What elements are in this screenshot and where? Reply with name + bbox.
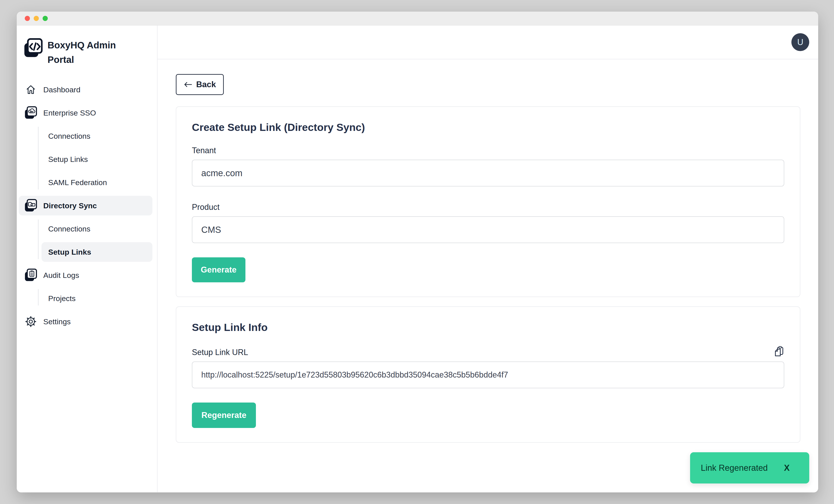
product-input[interactable] — [192, 216, 784, 243]
sidebar-nav: Dashboard Enterprise SSO — [17, 80, 157, 331]
info-card-title: Setup Link Info — [192, 321, 784, 334]
copy-to-clipboard-icon — [774, 346, 784, 357]
toast-close-button[interactable]: X — [784, 463, 790, 473]
sidebar-subitem-ds-setup-links[interactable]: Setup Links — [42, 242, 152, 262]
back-button-label: Back — [196, 80, 216, 89]
sidebar-subitem-saml-federation[interactable]: SAML Federation — [42, 173, 152, 192]
user-avatar[interactable]: U — [791, 33, 809, 51]
page-content: Back Create Setup Link (Directory Sync) … — [157, 59, 818, 443]
audit-logs-icon — [24, 268, 38, 282]
copy-url-button[interactable] — [774, 346, 784, 357]
sidebar-item-label: Directory Sync — [43, 201, 97, 210]
sidebar-item-label: Audit Logs — [43, 271, 79, 280]
setup-link-url-label: Setup Link URL — [192, 348, 248, 357]
create-setup-link-card: Create Setup Link (Directory Sync) Tenan… — [176, 106, 800, 297]
app-window: BoxyHQ Admin Portal Dashboard — [17, 12, 818, 492]
sidebar-item-directory-sync[interactable]: Directory Sync — [19, 196, 152, 215]
regenerate-button[interactable]: Regenerate — [192, 403, 256, 428]
sidebar-subitem-sso-setup-links[interactable]: Setup Links — [42, 150, 152, 169]
sidebar-item-dashboard[interactable]: Dashboard — [19, 80, 152, 99]
directory-sync-icon — [24, 198, 38, 213]
tenant-input[interactable] — [192, 160, 784, 186]
brand[interactable]: BoxyHQ Admin Portal — [23, 38, 157, 67]
sidebar-item-label: Settings — [43, 317, 71, 326]
create-card-title: Create Setup Link (Directory Sync) — [192, 121, 784, 133]
enterprise-sso-icon — [24, 106, 38, 120]
top-header: U — [157, 25, 818, 59]
product-label: Product — [192, 203, 784, 212]
toast-message: Link Regenerated — [701, 463, 768, 473]
sidebar-item-audit-logs[interactable]: Audit Logs — [19, 266, 152, 285]
window-titlebar — [17, 12, 818, 25]
sidebar-item-label: Dashboard — [43, 86, 80, 94]
generate-button[interactable]: Generate — [192, 257, 245, 282]
toast-notification: Link Regenerated X — [690, 452, 809, 483]
audit-logs-subgroup: Projects — [17, 289, 157, 308]
zoom-button[interactable] — [43, 16, 48, 21]
setup-link-url-input[interactable] — [192, 362, 784, 388]
directory-sync-subgroup: Connections Setup Links — [17, 219, 157, 262]
sidebar-item-enterprise-sso[interactable]: Enterprise SSO — [19, 103, 152, 123]
tenant-label: Tenant — [192, 146, 784, 155]
main-area: U Back Create Setup Link (Directory Sync… — [157, 25, 818, 492]
arrow-left-icon — [184, 82, 193, 88]
sidebar-subitem-sso-connections[interactable]: Connections — [42, 126, 152, 146]
enterprise-sso-subgroup: Connections Setup Links SAML Federation — [17, 126, 157, 192]
sidebar-item-settings[interactable]: Settings — [19, 312, 152, 331]
sidebar-subitem-projects[interactable]: Projects — [42, 289, 152, 308]
close-button[interactable] — [25, 16, 30, 21]
gear-icon — [24, 314, 38, 329]
minimize-button[interactable] — [34, 16, 39, 21]
sidebar: BoxyHQ Admin Portal Dashboard — [17, 25, 157, 492]
brand-title: BoxyHQ Admin Portal — [47, 38, 139, 67]
sidebar-item-label: Enterprise SSO — [43, 109, 96, 117]
home-icon — [24, 82, 38, 97]
setup-link-info-card: Setup Link Info Setup Link URL — [176, 306, 800, 443]
back-button[interactable]: Back — [176, 74, 224, 95]
boxyhq-logo-icon — [23, 38, 43, 59]
sidebar-subitem-ds-connections[interactable]: Connections — [42, 219, 152, 238]
